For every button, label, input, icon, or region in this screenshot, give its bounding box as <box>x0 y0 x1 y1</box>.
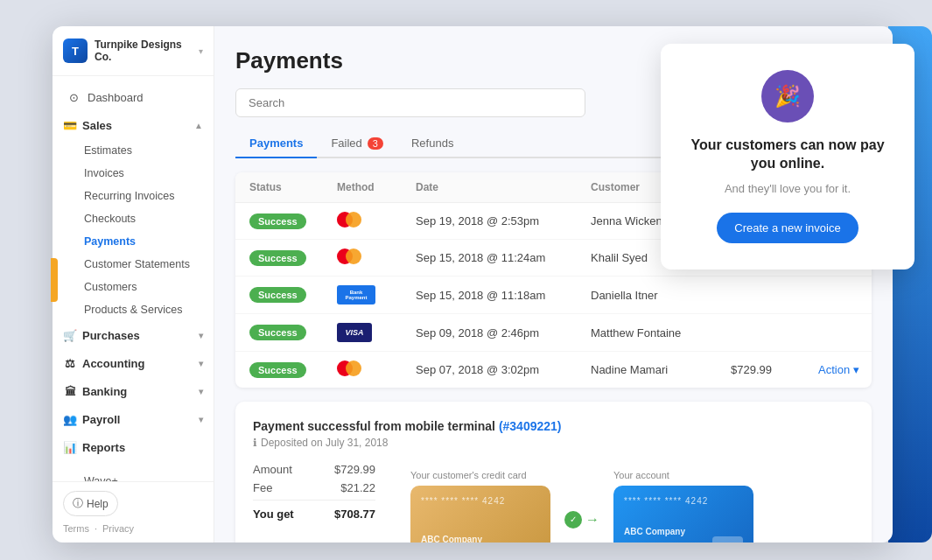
sidebar-item-checkouts-label: Checkouts <box>84 213 136 225</box>
info-icon: ℹ <box>253 437 257 449</box>
action-chevron-icon: ▾ <box>853 363 859 376</box>
sidebar-item-customers[interactable]: Customers <box>53 276 214 298</box>
popup-title: Your customers can now pay you online. <box>682 136 893 173</box>
credit-card-icon: 💳 <box>63 118 77 132</box>
payment-detail-subtitle: ℹ Deposited on July 31, 2018 <box>253 437 854 449</box>
tab-refunds[interactable]: Refunds <box>397 130 467 158</box>
sidebar-section-purchases[interactable]: 🛒 Purchases ▾ <box>53 321 214 349</box>
payment-amount: $729.99 <box>731 363 818 376</box>
popup-overlay: 🎉 Your customers can now pay you online.… <box>661 44 914 270</box>
payment-date: Sep 19, 2018 @ 2:53pm <box>416 214 591 228</box>
status-badge: Success <box>249 325 306 340</box>
sidebar-item-invoices-label: Invoices <box>84 167 124 179</box>
help-label: Help <box>87 498 109 510</box>
source-credit-card: **** **** **** 4242 ABC Company 10/21 VI… <box>410 486 550 542</box>
dest-card-label: Your account <box>613 470 753 480</box>
sidebar-section-accounting[interactable]: ⚖ Accounting ▾ <box>53 349 214 377</box>
wave-plus-label: Wave+ <box>84 475 118 481</box>
sidebar-item-estimates[interactable]: Estimates <box>53 139 214 162</box>
visa-icon: VISA <box>337 323 372 342</box>
search-input[interactable] <box>235 88 585 117</box>
payment-date: Sep 15, 2018 @ 11:18am <box>416 289 591 302</box>
fee-label: Fee <box>253 481 272 494</box>
scale-icon: ⚖ <box>63 356 77 370</box>
sidebar-item-payments[interactable]: Payments <box>53 230 214 253</box>
footer-links: Terms · Privacy <box>63 523 203 534</box>
help-button[interactable]: ⓘ Help <box>63 491 118 516</box>
card-chip-icon <box>712 536 743 542</box>
sales-chevron-icon: ▲ <box>194 121 203 130</box>
sidebar-section-payroll-label: Payroll <box>82 413 120 426</box>
purchases-chevron-icon: ▾ <box>199 331 203 340</box>
transfer-arrow: ✓ → <box>564 511 599 528</box>
logo-icon: T <box>63 38 88 63</box>
amount-label: Amount <box>253 463 292 476</box>
mastercard-icon <box>337 212 361 228</box>
shopping-cart-icon: 🛒 <box>63 328 77 342</box>
action-button[interactable]: Action ▾ <box>818 363 872 376</box>
fee-row: Fee $21.22 <box>253 481 375 494</box>
sidebar-section-purchases-label: Purchases <box>82 329 140 342</box>
mastercard-icon <box>337 248 361 264</box>
status-badge: Success <box>249 287 306 303</box>
sidebar-section-accounting-label: Accounting <box>82 357 145 370</box>
mastercard-icon <box>337 360 361 376</box>
amount-row: Amount $729.99 <box>253 463 375 476</box>
dest-card-number: **** **** **** 4242 <box>624 496 743 506</box>
sidebar-item-checkouts[interactable]: Checkouts <box>53 207 214 230</box>
sidebar-item-recurring-invoices-label: Recurring Invoices <box>84 190 175 202</box>
sidebar-item-customer-statements[interactable]: Customer Statements <box>53 253 214 276</box>
company-logo[interactable]: T Turnpike Designs Co. ▾ <box>53 26 214 76</box>
sidebar-section-reports[interactable]: 📊 Reports <box>53 433 214 461</box>
payment-ref[interactable]: (#3409221) <box>499 419 562 433</box>
tab-failed[interactable]: Failed 3 <box>317 130 397 158</box>
sidebar-section-reports-label: Reports <box>82 441 125 454</box>
payment-detail-card: Payment successful from mobile terminal … <box>235 402 872 542</box>
payment-customer: Nadine Mamari <box>591 363 731 376</box>
table-row: Success BankPayment Sep 15, 2018 @ 11:18… <box>235 276 872 314</box>
company-name: Turnpike Designs Co. <box>95 38 192 63</box>
sidebar-footer: ⓘ Help Terms · Privacy <box>53 481 214 542</box>
amount-value: $729.99 <box>334 463 375 476</box>
source-card-label: Your customer's credit card <box>410 470 550 480</box>
sidebar-section-sales[interactable]: 💳 Sales ▲ <box>53 111 214 139</box>
table-row: Success Sep 07, 2018 @ 3:02pm Nadine Mam… <box>235 352 872 388</box>
sidebar-section-sales-label: Sales <box>82 119 112 132</box>
payment-customer: Matthew Fontaine <box>591 326 731 340</box>
privacy-link[interactable]: Privacy <box>102 523 134 534</box>
tab-refunds-label: Refunds <box>411 136 453 150</box>
sidebar-item-invoices[interactable]: Invoices <box>53 162 214 185</box>
you-get-label: You get <box>253 508 294 521</box>
deposited-text: Deposited on July 31, 2018 <box>261 437 388 449</box>
tab-payments[interactable]: Payments <box>235 130 317 158</box>
sidebar-item-dashboard-label: Dashboard <box>88 91 144 104</box>
sidebar-section-banking-label: Banking <box>82 385 127 398</box>
tab-payments-label: Payments <box>249 136 303 150</box>
create-invoice-button[interactable]: Create a new invoice <box>717 213 858 243</box>
dest-card-name: ABC Company <box>624 527 743 536</box>
sidebar-item-dashboard[interactable]: ⊙ Dashboard <box>53 83 214 111</box>
payment-detail-title: Payment successful from mobile terminal … <box>253 419 854 433</box>
sidebar-item-wave-plus[interactable]: Wave+ <box>53 470 214 481</box>
sidebar-item-products-services-label: Products & Services <box>84 304 183 316</box>
sidebar-nav: ⊙ Dashboard 💳 Sales ▲ Estimates Invoices… <box>53 76 214 481</box>
sidebar-item-customer-statements-label: Customer Statements <box>84 258 190 270</box>
popup-icon: 🎉 <box>761 70 814 122</box>
payment-customer: Daniella Itner <box>591 289 731 302</box>
sidebar-item-recurring-invoices[interactable]: Recurring Invoices <box>53 185 214 207</box>
status-badge: Success <box>249 250 306 266</box>
sidebar-section-payroll[interactable]: 👥 Payroll ▾ <box>53 405 214 433</box>
payment-date: Sep 15, 2018 @ 11:24am <box>416 251 591 264</box>
bank-payment-icon: BankPayment <box>337 285 375 304</box>
you-get-value: $708.77 <box>334 508 375 521</box>
orange-accent-bar <box>51 258 58 302</box>
source-card-number: **** **** **** 4242 <box>421 496 540 506</box>
col-method: Method <box>337 181 416 193</box>
terms-link[interactable]: Terms <box>63 523 89 534</box>
col-status: Status <box>249 181 337 193</box>
accounting-chevron-icon: ▾ <box>199 359 203 368</box>
sidebar-item-products-services[interactable]: Products & Services <box>53 298 214 321</box>
sidebar-item-payments-label: Payments <box>84 235 136 248</box>
cards-container: Your customer's credit card **** **** **… <box>410 470 753 542</box>
sidebar-section-banking[interactable]: 🏛 Banking ▾ <box>53 377 214 405</box>
